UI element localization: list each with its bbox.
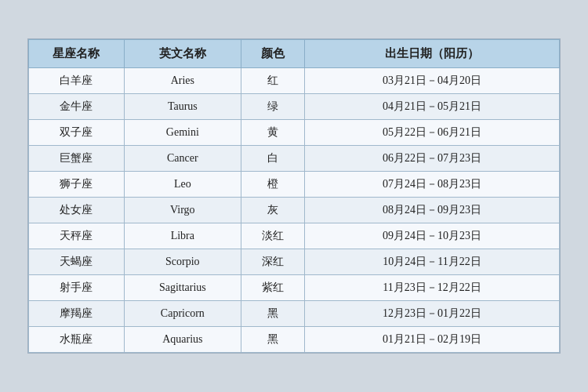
table-row: 天秤座Libra淡红09月24日－10月23日: [29, 223, 560, 249]
cell-english: Aries: [124, 68, 241, 94]
cell-english: Sagittarius: [124, 275, 241, 301]
cell-chinese: 天秤座: [29, 223, 125, 249]
cell-date: 01月21日－02月19日: [305, 327, 560, 353]
cell-chinese: 摩羯座: [29, 301, 125, 327]
cell-color: 黄: [241, 120, 304, 146]
zodiac-table-container: 星座名称 英文名称 颜色 出生日期（阳历） 白羊座Aries红03月21日－04…: [27, 38, 561, 354]
cell-chinese: 水瓶座: [29, 327, 125, 353]
cell-english: Aquarius: [124, 327, 241, 353]
table-row: 射手座Sagittarius紫红11月23日－12月22日: [29, 275, 560, 301]
header-date: 出生日期（阳历）: [305, 40, 560, 68]
header-color: 颜色: [241, 40, 304, 68]
cell-date: 06月22日－07月23日: [305, 146, 560, 172]
cell-chinese: 白羊座: [29, 68, 125, 94]
cell-color: 黑: [241, 301, 304, 327]
cell-color: 红: [241, 68, 304, 94]
cell-color: 白: [241, 146, 304, 172]
cell-chinese: 双子座: [29, 120, 125, 146]
cell-color: 紫红: [241, 275, 304, 301]
cell-date: 03月21日－04月20日: [305, 68, 560, 94]
table-body: 白羊座Aries红03月21日－04月20日金牛座Taurus绿04月21日－0…: [29, 68, 560, 353]
cell-english: Cancer: [124, 146, 241, 172]
table-row: 天蝎座Scorpio深红10月24日－11月22日: [29, 249, 560, 275]
cell-chinese: 天蝎座: [29, 249, 125, 275]
cell-chinese: 处女座: [29, 198, 125, 223]
cell-color: 绿: [241, 94, 304, 120]
table-row: 水瓶座Aquarius黑01月21日－02月19日: [29, 327, 560, 353]
cell-date: 12月23日－01月22日: [305, 301, 560, 327]
cell-english: Capricorn: [124, 301, 241, 327]
cell-english: Leo: [124, 172, 241, 198]
cell-color: 橙: [241, 172, 304, 198]
table-row: 摩羯座Capricorn黑12月23日－01月22日: [29, 301, 560, 327]
table-row: 巨蟹座Cancer白06月22日－07月23日: [29, 146, 560, 172]
cell-date: 10月24日－11月22日: [305, 249, 560, 275]
header-english: 英文名称: [124, 40, 241, 68]
cell-english: Taurus: [124, 94, 241, 120]
cell-date: 11月23日－12月22日: [305, 275, 560, 301]
table-header-row: 星座名称 英文名称 颜色 出生日期（阳历）: [29, 40, 560, 68]
cell-english: Scorpio: [124, 249, 241, 275]
header-chinese: 星座名称: [29, 40, 125, 68]
cell-color: 灰: [241, 198, 304, 223]
cell-date: 08月24日－09月23日: [305, 198, 560, 223]
zodiac-table: 星座名称 英文名称 颜色 出生日期（阳历） 白羊座Aries红03月21日－04…: [28, 39, 560, 353]
cell-chinese: 巨蟹座: [29, 146, 125, 172]
cell-date: 05月22日－06月21日: [305, 120, 560, 146]
cell-english: Gemini: [124, 120, 241, 146]
cell-english: Virgo: [124, 198, 241, 223]
cell-color: 黑: [241, 327, 304, 353]
table-row: 白羊座Aries红03月21日－04月20日: [29, 68, 560, 94]
cell-english: Libra: [124, 223, 241, 249]
cell-chinese: 金牛座: [29, 94, 125, 120]
table-row: 处女座Virgo灰08月24日－09月23日: [29, 198, 560, 223]
cell-color: 淡红: [241, 223, 304, 249]
cell-chinese: 狮子座: [29, 172, 125, 198]
cell-date: 04月21日－05月21日: [305, 94, 560, 120]
cell-chinese: 射手座: [29, 275, 125, 301]
table-row: 金牛座Taurus绿04月21日－05月21日: [29, 94, 560, 120]
cell-date: 07月24日－08月23日: [305, 172, 560, 198]
cell-color: 深红: [241, 249, 304, 275]
table-row: 狮子座Leo橙07月24日－08月23日: [29, 172, 560, 198]
table-row: 双子座Gemini黄05月22日－06月21日: [29, 120, 560, 146]
cell-date: 09月24日－10月23日: [305, 223, 560, 249]
